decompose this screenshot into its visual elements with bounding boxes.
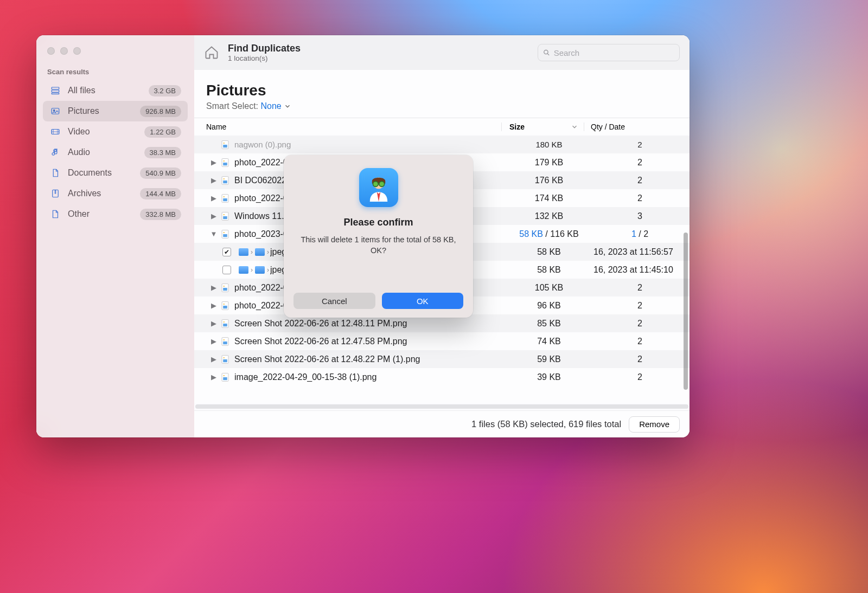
- ok-button[interactable]: OK: [382, 293, 464, 309]
- svg-point-45: [373, 182, 378, 187]
- doctor-icon: [365, 173, 393, 202]
- confirm-dialog: Please confirm This will delete 1 items …: [284, 155, 473, 318]
- dialog-message: This will delete 1 items for the total o…: [293, 235, 463, 256]
- dialog-title: Please confirm: [343, 217, 413, 228]
- svg-point-46: [379, 182, 384, 187]
- cancel-button[interactable]: Cancel: [293, 293, 375, 309]
- modal-overlay: Please confirm This will delete 1 items …: [36, 35, 690, 437]
- app-window: Scan results All files 3.2 GB Pictures 9…: [36, 35, 690, 437]
- app-icon: [359, 168, 398, 207]
